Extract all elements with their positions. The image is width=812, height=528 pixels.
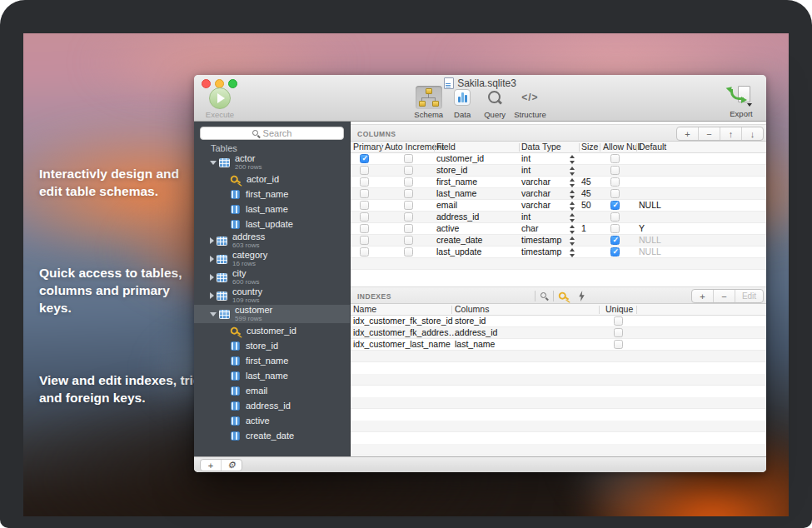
allow-null-checkbox[interactable] (610, 236, 620, 245)
primary-checkbox[interactable] (360, 154, 369, 163)
chevron-down-icon[interactable] (210, 312, 217, 316)
auto-increment-checkbox[interactable] (404, 166, 413, 175)
chevron-right-icon[interactable] (210, 256, 214, 262)
sidebar-column-first_name[interactable]: first_name (194, 353, 350, 368)
data-type-stepper[interactable] (570, 248, 575, 257)
add-table-button[interactable]: + (201, 460, 221, 471)
auto-increment-checkbox[interactable] (404, 224, 413, 233)
chevron-right-icon[interactable] (210, 274, 214, 281)
column-name: first_name (246, 356, 288, 366)
auto-increment-checkbox[interactable] (404, 177, 413, 187)
auto-increment-checkbox[interactable] (404, 236, 413, 245)
column-row-create_date[interactable]: create_datetimestampNULL (351, 235, 766, 247)
sidebar-column-last_name[interactable]: last_name (194, 202, 350, 217)
sidebar-table-category[interactable]: category16 rows (194, 250, 350, 268)
index-row-idx_customer_fk_store_id[interactable]: idx_customer_fk_store_idstore_id (351, 316, 766, 327)
data-type-stepper[interactable] (570, 225, 575, 234)
data-type-stepper[interactable] (570, 190, 575, 199)
unique-checkbox[interactable] (614, 316, 623, 326)
sidebar-column-store_id[interactable]: store_id (194, 338, 350, 353)
allow-null-checkbox[interactable] (610, 154, 620, 163)
unique-checkbox[interactable] (614, 328, 623, 337)
index-edit-button[interactable]: Edit (735, 290, 763, 302)
index-row-idx_customer_last_name[interactable]: idx_customer_last_namelast_name (351, 339, 766, 351)
sidebar-column-last_name[interactable]: last_name (194, 368, 350, 383)
sidebar-column-create_date[interactable]: create_date (194, 428, 350, 443)
allow-null-checkbox[interactable] (610, 166, 620, 175)
column-row-address_id[interactable]: address_idint (351, 212, 766, 223)
index-row-idx_customer_fk_addres…[interactable]: idx_customer_fk_addres…address_id (351, 327, 766, 339)
column-row-first_name[interactable]: first_namevarchar45 (351, 177, 766, 188)
column-name: customer_id (247, 326, 296, 336)
indexes-tab-icon[interactable] (541, 292, 548, 300)
triggers-tab-icon[interactable] (578, 291, 585, 301)
allow-null-checkbox[interactable] (610, 189, 620, 198)
search-input[interactable]: Search (200, 127, 344, 140)
column-row-active[interactable]: activechar1Y (351, 223, 766, 235)
allow-null-checkbox[interactable] (610, 212, 620, 222)
tab-query[interactable]: Query (481, 86, 508, 119)
chevron-right-icon[interactable] (210, 292, 214, 299)
column-row-customer_id[interactable]: customer_idint (351, 153, 766, 165)
tab-structure[interactable]: </> Structure (514, 86, 546, 119)
allow-null-checkbox[interactable] (610, 177, 620, 187)
index-remove-button[interactable]: − (713, 290, 735, 302)
primary-checkbox[interactable] (360, 201, 369, 210)
data-type-stepper[interactable] (570, 237, 575, 246)
column-name: store_id (246, 341, 278, 351)
sidebar-column-email[interactable]: email (194, 383, 350, 398)
sidebar-table-city[interactable]: city600 rows (194, 268, 350, 286)
primary-checkbox[interactable] (360, 189, 369, 198)
column-row-last_update[interactable]: last_updatetimestampNULL (351, 247, 766, 258)
auto-increment-checkbox[interactable] (404, 189, 413, 198)
sidebar-table-address[interactable]: address603 rows (194, 232, 350, 250)
chevron-right-icon[interactable] (210, 237, 214, 244)
column-row-last_name[interactable]: last_namevarchar45 (351, 188, 766, 200)
field-name: first_name (436, 177, 477, 187)
auto-increment-checkbox[interactable] (404, 154, 413, 163)
sidebar-table-country[interactable]: country109 rows (194, 286, 350, 305)
unique-checkbox[interactable] (614, 340, 623, 349)
tab-schema[interactable]: Schema (414, 86, 443, 119)
allow-null-checkbox[interactable] (610, 224, 620, 233)
chevron-down-icon[interactable] (210, 161, 217, 165)
data-type-stepper[interactable] (570, 155, 575, 164)
columns-remove-button[interactable]: − (698, 127, 720, 140)
data-type-stepper[interactable] (570, 202, 575, 211)
primary-checkbox[interactable] (360, 247, 369, 257)
columns-move-up-button[interactable]: ↑ (720, 127, 741, 140)
indexes-empty-stripes (351, 351, 766, 456)
columns-add-button[interactable]: + (677, 127, 698, 140)
sidebar-column-customer_id[interactable]: customer_id (194, 323, 350, 338)
data-type-stepper[interactable] (570, 167, 575, 176)
sidebar-column-address_id[interactable]: address_id (194, 398, 350, 413)
column-row-email[interactable]: emailvarchar50NULL (351, 200, 766, 212)
auto-increment-checkbox[interactable] (404, 212, 413, 222)
export-button[interactable]: Export (723, 86, 760, 118)
sidebar-table-customer[interactable]: customer599 rows (194, 305, 350, 323)
data-type-stepper[interactable] (570, 213, 575, 222)
auto-increment-checkbox[interactable] (404, 201, 413, 210)
sidebar-column-last_update[interactable]: last_update (194, 217, 350, 232)
allow-null-checkbox[interactable] (610, 247, 620, 257)
primary-checkbox[interactable] (360, 177, 369, 187)
primary-checkbox[interactable] (360, 224, 369, 233)
tab-data[interactable]: Data (449, 86, 476, 119)
data-type-stepper[interactable] (570, 178, 575, 187)
sidebar-table-actor[interactable]: actor200 rows (194, 153, 350, 172)
columns-move-down-button[interactable]: ↓ (741, 127, 763, 140)
primary-checkbox[interactable] (360, 166, 369, 175)
settings-button[interactable] (221, 460, 242, 471)
allow-null-checkbox[interactable] (610, 201, 620, 210)
foreign-keys-tab-icon[interactable] (556, 288, 571, 303)
sidebar-column-active[interactable]: active (194, 413, 350, 428)
table-labels: category16 rows (232, 251, 267, 267)
sidebar: Search Tables actor200 rowsactor_idfirst… (194, 122, 350, 456)
auto-increment-checkbox[interactable] (404, 247, 413, 257)
column-row-store_id[interactable]: store_idint (351, 165, 766, 177)
sidebar-column-actor_id[interactable]: actor_id (194, 172, 350, 187)
primary-checkbox[interactable] (360, 212, 369, 222)
primary-checkbox[interactable] (360, 236, 369, 245)
index-add-button[interactable]: + (692, 290, 713, 302)
sidebar-column-first_name[interactable]: first_name (194, 187, 350, 202)
